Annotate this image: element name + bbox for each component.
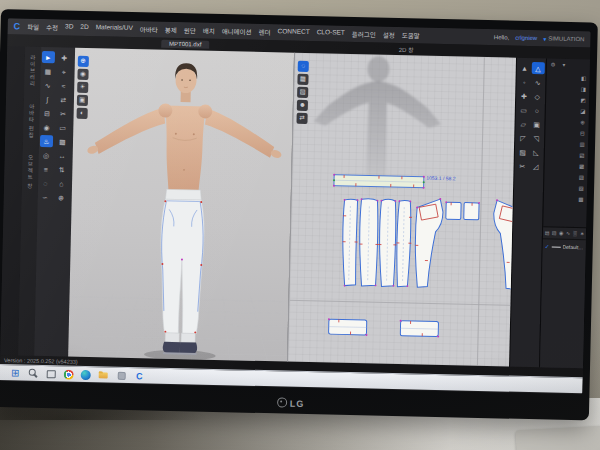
select-move-icon[interactable]	[58, 51, 71, 63]
simulation-status[interactable]: SIMULATION	[543, 35, 584, 43]
pattern-cuffs[interactable]	[328, 318, 440, 337]
simulate-icon[interactable]	[42, 51, 55, 63]
avatar-tape-icon[interactable]	[40, 121, 53, 133]
hatch-icon[interactable]	[577, 174, 585, 182]
layer-icon[interactable]	[579, 75, 587, 83]
cut-sew-icon[interactable]	[516, 160, 529, 172]
grid-toggle-icon[interactable]	[297, 74, 308, 85]
chrome-icon[interactable]	[64, 369, 74, 379]
rows-icon[interactable]	[578, 152, 586, 160]
topstitch-tab-icon[interactable]	[565, 230, 571, 237]
menu-item-12[interactable]: CLO-SET	[317, 28, 345, 39]
render-style-icon[interactable]	[76, 108, 87, 119]
circle-icon[interactable]	[530, 104, 543, 116]
account-name[interactable]: crlgniew	[515, 35, 537, 41]
internal-polygon-icon[interactable]	[517, 118, 530, 130]
rectangle-icon[interactable]	[517, 104, 530, 116]
garment-pants[interactable]	[158, 189, 205, 342]
search-icon[interactable]	[28, 368, 39, 379]
menu-item-7[interactable]: 원단	[184, 25, 196, 35]
task-view-icon[interactable]	[46, 368, 57, 379]
fabric-direction-icon[interactable]	[55, 149, 68, 161]
edit-curvature-icon[interactable]	[531, 76, 544, 88]
start-icon[interactable]	[10, 367, 21, 378]
menu-item-9[interactable]: 애니메이션	[222, 26, 252, 37]
button-tool-icon[interactable]	[39, 177, 52, 189]
viewport-2d[interactable]: 1053.1 / 58.2	[287, 53, 516, 367]
measure-icon[interactable]	[40, 107, 53, 119]
options-icon[interactable]	[549, 61, 557, 69]
menu-item-11[interactable]: CONNECT	[277, 27, 309, 38]
menu-item-8[interactable]: 배치	[203, 26, 215, 36]
edit-point-icon[interactable]	[518, 76, 531, 88]
dense-icon[interactable]	[577, 196, 585, 204]
pattern-canvas[interactable]	[288, 53, 516, 367]
menu-item-0[interactable]: 파일	[27, 22, 39, 32]
silhouette-icon[interactable]	[297, 100, 308, 111]
wireframe-icon[interactable]	[579, 97, 587, 105]
fold-arrange-icon[interactable]	[57, 93, 70, 105]
topstitch-list-item[interactable]: Default Topstitch	[543, 239, 586, 254]
menu-item-3[interactable]: 2D	[80, 23, 89, 33]
pin-icon[interactable]	[57, 65, 70, 77]
sidebar-tab-library[interactable]: 라이브러리	[28, 55, 37, 88]
add-point-icon[interactable]	[517, 90, 530, 102]
menu-item-5[interactable]: 아바타	[140, 24, 158, 34]
pompom-tab-icon[interactable]	[579, 230, 585, 237]
file-tab[interactable]: MPT001.dxf	[161, 40, 210, 49]
clo-logo-icon[interactable]: C	[14, 22, 21, 31]
select-mesh-icon[interactable]	[41, 65, 54, 77]
solidify-icon[interactable]	[56, 135, 69, 147]
menu-item-10[interactable]: 렌더	[258, 27, 270, 37]
safety-pin-icon[interactable]	[38, 191, 51, 203]
menu-item-15[interactable]: 도움말	[402, 30, 420, 40]
grading-icon[interactable]	[529, 160, 542, 172]
menu-item-1[interactable]: 수정	[46, 22, 58, 32]
puckering-tab-icon[interactable]	[572, 230, 578, 237]
file-explorer-icon[interactable]	[98, 369, 109, 380]
grade-icon[interactable]	[39, 163, 52, 175]
zoom-fit-icon[interactable]	[298, 61, 309, 72]
list-icon[interactable]	[578, 141, 586, 149]
cross-icon[interactable]	[577, 185, 585, 193]
sidebar-tab-avatar-editor[interactable]: 아바타 편집	[27, 103, 36, 138]
sync-view-icon[interactable]	[296, 113, 307, 124]
segment-sew-icon[interactable]	[57, 79, 70, 91]
tack-on-avatar-icon[interactable]	[39, 149, 52, 161]
pattern-waistband[interactable]	[333, 174, 425, 189]
gizmo-icon[interactable]	[54, 191, 67, 203]
transform-pattern-icon[interactable]	[518, 62, 531, 74]
clo-icon[interactable]	[134, 370, 145, 381]
view-gizmo-icon[interactable]	[77, 56, 88, 67]
notch-icon[interactable]	[530, 132, 543, 144]
collapse-icon[interactable]	[560, 62, 568, 70]
internal-rect-icon[interactable]	[530, 118, 543, 130]
avatar[interactable]	[82, 61, 285, 357]
viewport-3d[interactable]	[68, 48, 294, 362]
avatar-canvas[interactable]	[68, 48, 294, 362]
menu-item-2[interactable]: 3D	[65, 22, 74, 32]
surface-icon[interactable]	[579, 108, 587, 116]
button-tab-icon[interactable]	[558, 230, 564, 237]
sewing-edit-icon[interactable]	[41, 79, 54, 91]
light-icon[interactable]	[77, 82, 88, 93]
free-sew-icon[interactable]	[41, 93, 54, 105]
sewing-machine-icon[interactable]	[55, 177, 68, 189]
app-window-icon[interactable]	[116, 370, 127, 381]
camera-icon[interactable]	[77, 69, 88, 80]
texture-view-icon[interactable]	[297, 87, 308, 98]
scissors-icon[interactable]	[56, 107, 69, 119]
polygon-icon[interactable]	[531, 90, 544, 102]
remove-icon[interactable]	[578, 130, 586, 138]
mesh-icon[interactable]	[577, 163, 585, 171]
dart-icon[interactable]	[516, 132, 529, 144]
edge-icon[interactable]	[81, 369, 91, 379]
sidebar-tab-object-browser[interactable]: 오브젝트 창	[26, 154, 35, 189]
seam-allowance-icon[interactable]	[516, 146, 529, 158]
steam-brush-icon[interactable]	[40, 135, 53, 147]
menu-item-4[interactable]: Materials/UV	[96, 23, 133, 34]
menu-item-13[interactable]: 플러그인	[352, 29, 376, 40]
select-box-icon[interactable]	[56, 121, 69, 133]
menu-item-14[interactable]: 설정	[383, 30, 395, 40]
zipper-icon[interactable]	[55, 163, 68, 175]
